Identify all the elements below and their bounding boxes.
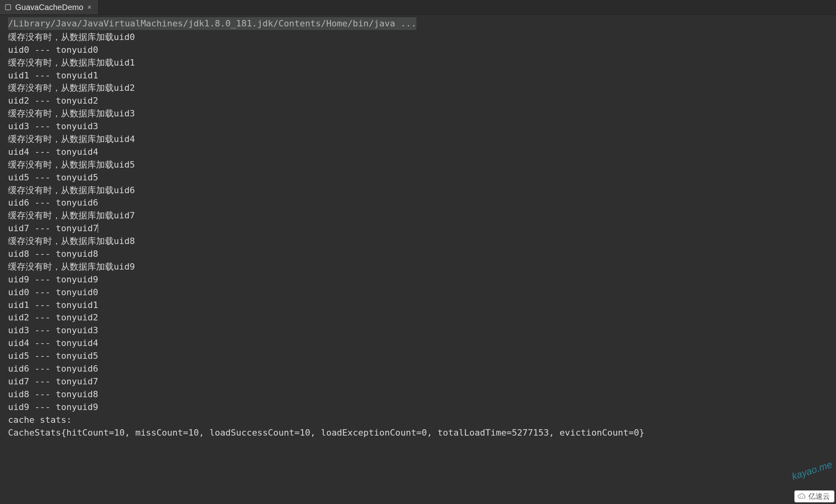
- console-line: uid2 --- tonyuid2: [0, 311, 836, 324]
- tab-close-button[interactable]: ×: [87, 4, 92, 11]
- console-line: uid8 --- tonyuid8: [0, 388, 836, 401]
- brand-badge: 亿速云: [794, 490, 834, 502]
- console-line: 缓存没有时，从数据库加载uid6: [0, 184, 836, 197]
- console-line: 缓存没有时，从数据库加载uid1: [0, 56, 836, 69]
- console-line: 缓存没有时，从数据库加载uid0: [0, 31, 836, 44]
- console-line: uid1 --- tonyuid1: [0, 299, 836, 312]
- console-line: uid9 --- tonyuid9: [0, 401, 836, 414]
- console-line: uid7 --- tonyuid7: [0, 222, 836, 235]
- command-text: /Library/Java/JavaVirtualMachines/jdk1.8…: [8, 17, 416, 30]
- console-line: uid0 --- tonyuid0: [0, 286, 836, 299]
- console-output[interactable]: /Library/Java/JavaVirtualMachines/jdk1.8…: [0, 15, 836, 439]
- console-line: 缓存没有时，从数据库加载uid5: [0, 158, 836, 171]
- watermark-text: kayao.me: [790, 459, 834, 482]
- svg-rect-0: [6, 5, 11, 10]
- console-line: uid1 --- tonyuid1: [0, 69, 836, 82]
- tab-title: GuavaCacheDemo: [15, 3, 83, 12]
- svg-point-1: [800, 496, 801, 497]
- console-line: 缓存没有时，从数据库加载uid8: [0, 235, 836, 248]
- svg-point-2: [802, 496, 803, 497]
- console-line: 缓存没有时，从数据库加载uid7: [0, 209, 836, 222]
- console-line: uid6 --- tonyuid6: [0, 362, 836, 375]
- console-command-line: /Library/Java/JavaVirtualMachines/jdk1.8…: [0, 17, 836, 30]
- tab-bar: GuavaCacheDemo ×: [0, 0, 836, 15]
- console-line: uid3 --- tonyuid3: [0, 120, 836, 133]
- console-line: uid9 --- tonyuid9: [0, 273, 836, 286]
- console-line: cache stats:: [0, 414, 836, 426]
- console-line: uid2 --- tonyuid2: [0, 94, 836, 107]
- brand-text: 亿速云: [808, 492, 830, 501]
- tab-guavacachedemo[interactable]: GuavaCacheDemo ×: [0, 0, 98, 14]
- console-line: 缓存没有时，从数据库加载uid3: [0, 107, 836, 120]
- console-line: uid3 --- tonyuid3: [0, 324, 836, 337]
- console-line: uid4 --- tonyuid4: [0, 337, 836, 350]
- console-line: CacheStats{hitCount=10, missCount=10, lo…: [0, 426, 836, 439]
- console-line: uid4 --- tonyuid4: [0, 146, 836, 158]
- console-line: uid0 --- tonyuid0: [0, 44, 836, 56]
- cloud-icon: [797, 493, 806, 500]
- console-line: uid5 --- tonyuid5: [0, 350, 836, 362]
- console-line: uid6 --- tonyuid6: [0, 196, 836, 209]
- console-line: 缓存没有时，从数据库加载uid9: [0, 260, 836, 273]
- console-line: uid5 --- tonyuid5: [0, 171, 836, 184]
- console-line: uid8 --- tonyuid8: [0, 248, 836, 260]
- run-config-icon: [5, 4, 11, 10]
- console-line: uid7 --- tonyuid7: [0, 375, 836, 388]
- console-line: 缓存没有时，从数据库加载uid2: [0, 82, 836, 94]
- console-line: 缓存没有时，从数据库加载uid4: [0, 133, 836, 146]
